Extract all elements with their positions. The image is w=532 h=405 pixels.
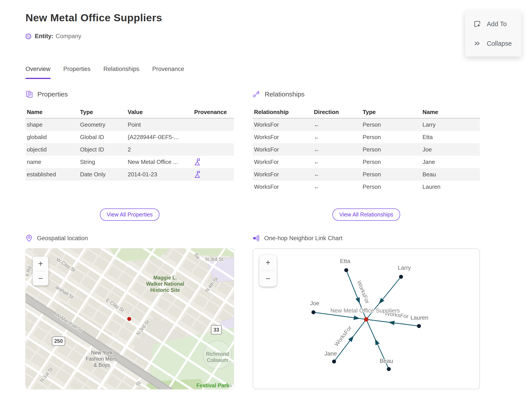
route-shield-33: 33: [211, 325, 221, 334]
node-label: Lauren: [411, 314, 428, 321]
relationship-link[interactable]: WorksFor: [253, 134, 313, 141]
tab-bar: Overview Properties Relationships Proven…: [26, 66, 184, 79]
entity-link[interactable]: Etta: [421, 134, 480, 141]
poi-label: Festival Park: [196, 382, 229, 388]
node-label: Beau: [380, 358, 393, 364]
link-chart[interactable]: + − WorksForWorksForWorksForNew Metal Of…: [253, 248, 480, 389]
provenance-flag-icon[interactable]: [194, 171, 201, 178]
properties-section-title: Properties: [37, 90, 68, 98]
entity-link[interactable]: Beau: [421, 171, 480, 178]
direction-arrow: ←: [313, 121, 361, 128]
actions-panel: Add To Collapse: [465, 11, 521, 57]
page-title: New Metal Office Suppliers: [26, 12, 162, 24]
link-chart-section-header: One-hop Neighbor Link Chart: [253, 235, 342, 242]
chart-zoom-in-button[interactable]: +: [259, 255, 277, 270]
poi-label: Walker National: [146, 281, 184, 287]
add-to-button[interactable]: Add To: [465, 14, 521, 34]
double-chevron-right-icon: [473, 40, 481, 47]
direction-arrow: ←: [313, 171, 361, 178]
chart-node-Lauren[interactable]: [417, 324, 421, 328]
geospatial-section-title: Geospatial location: [37, 235, 88, 242]
properties-table-header: Name Type Value Provenance: [26, 106, 234, 118]
table-row: WorksFor ← Person Etta: [253, 131, 480, 143]
table-row: WorksFor ← Person Joe: [253, 143, 480, 156]
col-direction: Direction: [313, 109, 361, 115]
svg-text:33: 33: [213, 327, 219, 333]
poi-label: & Boys: [94, 362, 110, 368]
table-row: objectid Object ID 2: [26, 143, 234, 156]
direction-arrow: ←: [313, 134, 361, 141]
chart-zoom-out-button[interactable]: −: [259, 271, 277, 287]
tab-properties[interactable]: Properties: [63, 66, 91, 79]
node-label: Larry: [398, 264, 411, 271]
svg-text:250: 250: [54, 338, 63, 344]
geospatial-map[interactable]: + −: [26, 248, 234, 389]
col-provenance: Provenance: [193, 109, 234, 115]
node-label: Joe: [310, 300, 319, 307]
relationships-section-header: Relationships: [253, 90, 305, 98]
relationships-table-header: Relationship Direction Type Name: [253, 106, 480, 118]
table-row: established Date Only 2014-01-23: [26, 168, 234, 181]
col-type: Type: [361, 109, 421, 115]
chart-node-Larry[interactable]: [399, 275, 403, 279]
properties-section-header: Properties: [26, 90, 68, 98]
table-row: WorksFor ← Person Larry: [253, 118, 480, 131]
route-shield-250: 250: [52, 337, 65, 345]
map-zoom-out-button[interactable]: −: [33, 271, 48, 286]
collapse-button[interactable]: Collapse: [465, 34, 521, 53]
map-pin-icon: [26, 235, 33, 242]
map-zoom-control: + −: [33, 256, 48, 285]
relationship-link[interactable]: WorksFor: [253, 121, 313, 128]
poi-label: New York: [91, 350, 113, 356]
poi-label: Maggie L.: [153, 275, 177, 281]
collapse-label: Collapse: [487, 40, 512, 47]
relationship-link[interactable]: WorksFor: [253, 183, 313, 190]
entity-link[interactable]: Lauren: [421, 183, 480, 190]
tab-provenance[interactable]: Provenance: [152, 66, 184, 79]
view-all-relationships-button[interactable]: View All Relationships: [332, 209, 400, 221]
map-canvas[interactable]: 250 33 k Rd W Clay St Sa arshall St W Ma…: [26, 248, 234, 389]
edge-arrow: [375, 339, 380, 345]
chart-node-Joe[interactable]: [312, 310, 315, 314]
relationships-table: Relationship Direction Type Name WorksFo…: [253, 106, 480, 193]
chart-node-Etta[interactable]: [344, 268, 348, 272]
chart-node-Jane[interactable]: [332, 359, 336, 364]
chart-node-center[interactable]: [364, 317, 368, 322]
relationship-link[interactable]: WorksFor: [253, 146, 313, 153]
poi-label: Historic Site: [150, 287, 180, 293]
entity-link[interactable]: Joe: [421, 146, 480, 153]
col-name: Name: [26, 109, 79, 115]
view-all-properties-button[interactable]: View All Properties: [100, 209, 159, 221]
add-to-icon: [473, 20, 481, 28]
map-zoom-in-button[interactable]: +: [33, 256, 48, 271]
direction-arrow: ←: [313, 183, 361, 190]
col-value: Value: [126, 109, 193, 115]
link-chart-section-title: One-hop Neighbor Link Chart: [264, 235, 342, 242]
edge-arrow: [348, 336, 354, 342]
edge-arrow: [356, 297, 360, 304]
entity-location-marker[interactable]: [127, 317, 131, 321]
tab-relationships[interactable]: Relationships: [104, 66, 140, 79]
col-relationship: Relationship: [253, 109, 313, 115]
center-node-label: New Metal Office Suppliers: [330, 307, 400, 314]
table-row: shape Geometry Point: [26, 118, 234, 131]
chart-node-Beau[interactable]: [387, 367, 391, 371]
table-row: WorksFor ← Person Lauren: [253, 181, 480, 193]
poi-label: Richmond: [206, 351, 229, 357]
relationships-section-title: Relationships: [265, 90, 305, 98]
link-chart-canvas[interactable]: WorksForWorksForWorksForNew Metal Office…: [253, 249, 479, 389]
col-name: Name: [421, 109, 480, 115]
direction-arrow: ←: [313, 146, 361, 153]
relationships-icon: [253, 90, 260, 98]
add-to-label: Add To: [487, 20, 507, 28]
relationship-link[interactable]: WorksFor: [253, 171, 313, 178]
properties-form-icon: [26, 90, 33, 98]
entity-link[interactable]: Jane: [421, 159, 480, 165]
col-type: Type: [79, 109, 126, 115]
tab-overview[interactable]: Overview: [26, 66, 51, 79]
relationship-link[interactable]: WorksFor: [253, 159, 313, 165]
entity-link[interactable]: Larry: [421, 121, 480, 128]
provenance-flag-icon[interactable]: [194, 158, 201, 166]
entity-type-dot-icon: [26, 34, 31, 39]
geospatial-section-header: Geospatial location: [26, 235, 88, 242]
